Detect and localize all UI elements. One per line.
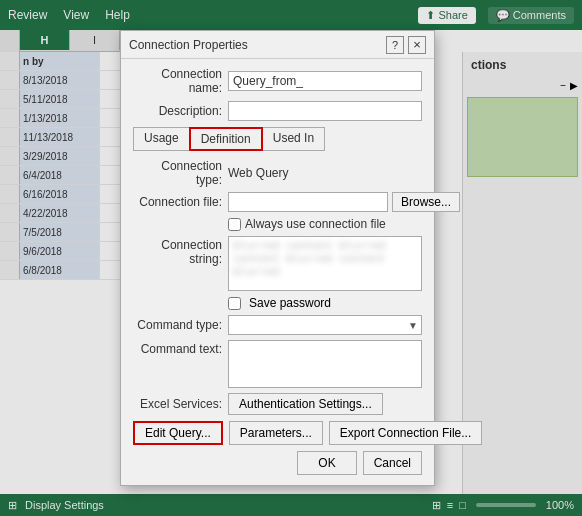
connection-type-row: Connection type: Web Query xyxy=(133,159,422,187)
titlebar-buttons: ? × xyxy=(386,36,426,54)
connection-file-row: Connection file: Browse... xyxy=(133,192,422,212)
tab-usage[interactable]: Usage xyxy=(133,127,190,151)
connection-string-textarea[interactable]: blurred content blurred content blurred … xyxy=(228,236,422,291)
connection-properties-dialog: Connection Properties ? × Connection nam… xyxy=(120,30,435,486)
export-connection-button[interactable]: Export Connection File... xyxy=(329,421,482,445)
dialog-tabs: Usage Definition Used In xyxy=(133,127,422,151)
connection-string-row: Connection string: blurred content blurr… xyxy=(133,236,422,291)
always-use-checkbox[interactable] xyxy=(228,218,241,231)
description-input[interactable] xyxy=(228,101,422,121)
connection-string-label: Connection string: xyxy=(133,236,228,266)
save-password-row: Save password xyxy=(133,296,422,310)
dialog-title: Connection Properties xyxy=(129,38,248,52)
parameters-button[interactable]: Parameters... xyxy=(229,421,323,445)
command-type-row: Command type: ▼ xyxy=(133,315,422,335)
tab-used-in[interactable]: Used In xyxy=(262,127,325,151)
command-text-row: Command text: xyxy=(133,340,422,388)
excel-services-label: Excel Services: xyxy=(133,397,228,411)
dialog-bottom-row1: Edit Query... Parameters... Export Conne… xyxy=(133,421,422,445)
excel-services-row: Excel Services: Authentication Settings.… xyxy=(133,393,422,415)
save-password-checkbox[interactable] xyxy=(228,297,241,310)
edit-query-button[interactable]: Edit Query... xyxy=(133,421,223,445)
connection-name-label: Connection name: xyxy=(133,67,228,95)
always-use-checkbox-row: Always use connection file xyxy=(228,217,422,231)
connection-type-value: Web Query xyxy=(228,166,288,180)
connection-name-row: Connection name: xyxy=(133,67,422,95)
command-text-label: Command text: xyxy=(133,340,228,356)
description-label: Description: xyxy=(133,104,228,118)
command-type-select[interactable] xyxy=(228,315,422,335)
connection-file-label: Connection file: xyxy=(133,195,228,209)
connection-name-input[interactable] xyxy=(228,71,422,91)
connection-type-label: Connection type: xyxy=(133,159,228,187)
dialog-titlebar: Connection Properties ? × xyxy=(121,31,434,59)
dialog-close-button[interactable]: × xyxy=(408,36,426,54)
browse-button[interactable]: Browse... xyxy=(392,192,460,212)
tab-definition[interactable]: Definition xyxy=(189,127,263,151)
cancel-button[interactable]: Cancel xyxy=(363,451,422,475)
description-row: Description: xyxy=(133,101,422,121)
command-type-select-wrapper: ▼ xyxy=(228,315,422,335)
save-password-label: Save password xyxy=(249,296,331,310)
command-text-textarea[interactable] xyxy=(228,340,422,388)
always-use-label: Always use connection file xyxy=(245,217,386,231)
ok-button[interactable]: OK xyxy=(297,451,356,475)
dialog-body: Connection name: Description: Usage Defi… xyxy=(121,59,434,485)
dialog-bottom-row2: OK Cancel xyxy=(133,451,422,475)
command-type-label: Command type: xyxy=(133,318,228,332)
connection-file-input[interactable] xyxy=(228,192,388,212)
auth-settings-button[interactable]: Authentication Settings... xyxy=(228,393,383,415)
dialog-help-button[interactable]: ? xyxy=(386,36,404,54)
